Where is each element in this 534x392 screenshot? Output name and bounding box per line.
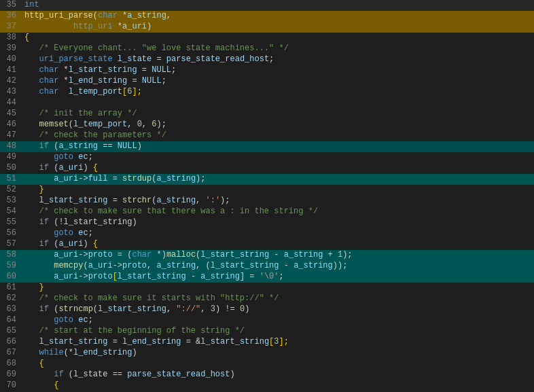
line-content: a_uri->proto[l_start_string - a_string] … [22, 272, 534, 283]
code-line: 53 l_start_string = strchr(a_string, ':'… [0, 196, 534, 207]
line-number: 58 [0, 250, 22, 261]
code-line: 48 if (a_string == NULL) [0, 141, 534, 152]
code-line: 52 } [0, 185, 534, 196]
line-number: 49 [0, 152, 22, 163]
line-content: a_uri->full = strdup(a_string); [22, 174, 534, 185]
line-content: if (!l_start_string) [22, 217, 534, 228]
line-number: 51 [0, 174, 22, 185]
line-number: 43 [0, 87, 22, 98]
line-number: 45 [0, 109, 22, 120]
line-number: 36 [0, 11, 22, 22]
line-number: 48 [0, 141, 22, 152]
code-line: 49 goto ec; [0, 152, 534, 163]
line-content: /* start at the beginning of the string … [22, 326, 534, 337]
line-content: if (a_string == NULL) [22, 141, 534, 152]
line-number: 39 [0, 43, 22, 54]
code-line: 60 a_uri->proto[l_start_string - a_strin… [0, 272, 534, 283]
code-line: 40 uri_parse_state l_state = parse_state… [0, 54, 534, 65]
code-line: 38{ [0, 33, 534, 43]
line-content: http_uri_parse(char *a_string, [22, 11, 534, 22]
line-content: memcpy(a_uri->proto, a_string, (l_start_… [22, 261, 534, 272]
code-line: 61 } [0, 283, 534, 293]
line-number: 56 [0, 228, 22, 239]
line-number: 64 [0, 315, 22, 326]
code-line: 63 if (strncmp(l_start_string, "://", 3)… [0, 304, 534, 315]
line-number: 65 [0, 326, 22, 337]
code-line: 66 l_start_string = l_end_string = &l_st… [0, 337, 534, 348]
line-number: 66 [0, 337, 22, 348]
line-number: 35 [0, 0, 22, 11]
line-number: 63 [0, 304, 22, 315]
code-line: 68 { [0, 359, 534, 370]
line-number: 69 [0, 370, 22, 380]
code-line: 59 memcpy(a_uri->proto, a_string, (l_sta… [0, 261, 534, 272]
line-content [22, 98, 534, 109]
code-line: 50 if (a_uri) { [0, 163, 534, 174]
line-number: 53 [0, 196, 22, 207]
line-number: 42 [0, 76, 22, 87]
line-content: { [22, 380, 534, 391]
line-number: 59 [0, 261, 22, 272]
line-content: memset(l_temp_port, 0, 6); [22, 120, 534, 130]
line-content: /* Everyone chant... "we love state mach… [22, 43, 534, 54]
line-content: if (l_state == parse_state_read_host) [22, 370, 534, 380]
line-number: 68 [0, 359, 22, 370]
code-line: 54 /* check to make sure that there was … [0, 207, 534, 217]
code-line: 42 char *l_end_string = NULL; [0, 76, 534, 87]
line-number: 61 [0, 283, 22, 293]
line-content: char l_temp_port[6]; [22, 87, 534, 98]
code-viewer: 35int36http_uri_parse(char *a_string,37 … [0, 0, 534, 392]
code-line: 62 /* check to make sure it starts with … [0, 293, 534, 304]
line-number: 52 [0, 185, 22, 196]
line-content: if (a_uri) { [22, 239, 534, 250]
line-content: char *l_end_string = NULL; [22, 76, 534, 87]
code-line: 35int [0, 0, 534, 11]
line-number: 50 [0, 163, 22, 174]
code-line: 58 a_uri->proto = (char *)malloc(l_start… [0, 250, 534, 261]
line-number: 41 [0, 65, 22, 76]
line-number: 70 [0, 380, 22, 391]
line-number: 57 [0, 239, 22, 250]
code-line: 57 if (a_uri) { [0, 239, 534, 250]
line-content: if (strncmp(l_start_string, "://", 3) !=… [22, 304, 534, 315]
line-content: http_uri *a_uri) [22, 22, 534, 33]
line-number: 44 [0, 98, 22, 109]
code-line: 45 /* init the array */ [0, 109, 534, 120]
code-line: 67 while(*l_end_string) [0, 348, 534, 359]
code-line: 56 goto ec; [0, 228, 534, 239]
line-number: 47 [0, 130, 22, 141]
code-line: 46 memset(l_temp_port, 0, 6); [0, 120, 534, 130]
line-content: a_uri->proto = (char *)malloc(l_start_st… [22, 250, 534, 261]
line-content: l_start_string = strchr(a_string, ':'); [22, 196, 534, 207]
line-content: } [22, 185, 534, 196]
line-number: 67 [0, 348, 22, 359]
code-line: 65 /* start at the beginning of the stri… [0, 326, 534, 337]
line-content: /* init the array */ [22, 109, 534, 120]
line-content: char *l_start_string = NULL; [22, 65, 534, 76]
line-content: { [22, 359, 534, 370]
code-line: 36http_uri_parse(char *a_string, [0, 11, 534, 22]
line-content: goto ec; [22, 152, 534, 163]
line-number: 37 [0, 22, 22, 33]
code-line: 39 /* Everyone chant... "we love state m… [0, 43, 534, 54]
line-content: l_start_string = l_end_string = &l_start… [22, 337, 534, 348]
line-content: goto ec; [22, 315, 534, 326]
code-line: 37 http_uri *a_uri) [0, 22, 534, 33]
code-line: 43 char l_temp_port[6]; [0, 87, 534, 98]
line-content: int [22, 0, 534, 11]
code-line: 55 if (!l_start_string) [0, 217, 534, 228]
code-line: 44 [0, 98, 534, 109]
line-number: 54 [0, 207, 22, 217]
line-content: /* check the parameters */ [22, 130, 534, 141]
code-line: 70 { [0, 380, 534, 391]
line-number: 40 [0, 54, 22, 65]
line-number: 60 [0, 272, 22, 283]
line-content: uri_parse_state l_state = parse_state_re… [22, 54, 534, 65]
line-content: } [22, 283, 534, 293]
line-content: /* check to make sure it starts with "ht… [22, 293, 534, 304]
line-content: if (a_uri) { [22, 163, 534, 174]
line-number: 55 [0, 217, 22, 228]
code-line: 69 if (l_state == parse_state_read_host) [0, 370, 534, 380]
line-number: 62 [0, 293, 22, 304]
line-content: /* check to make sure that there was a :… [22, 207, 534, 217]
